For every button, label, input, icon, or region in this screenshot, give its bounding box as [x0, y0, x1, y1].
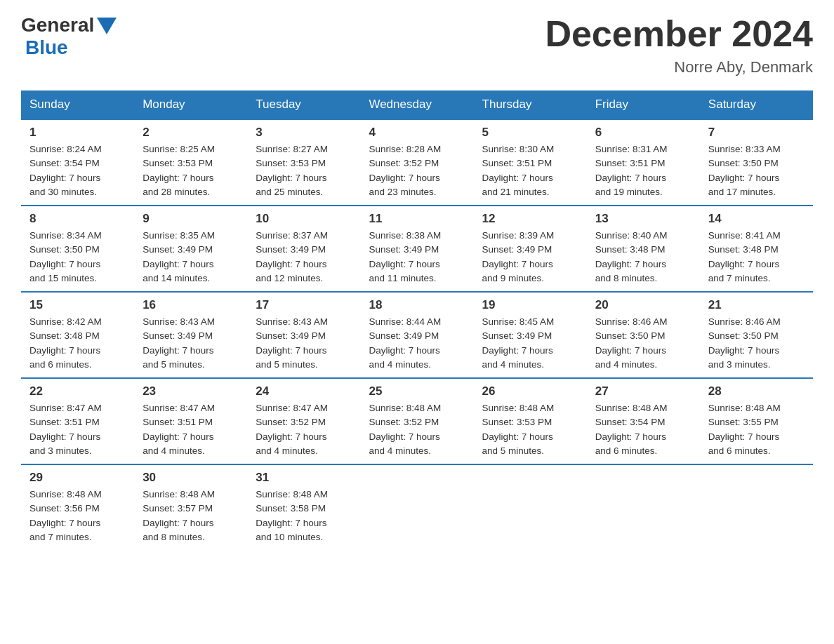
calendar-cell: 17Sunrise: 8:43 AM Sunset: 3:49 PM Dayli… [247, 292, 360, 378]
calendar-cell: 4Sunrise: 8:28 AM Sunset: 3:52 PM Daylig… [360, 119, 473, 206]
day-info: Sunrise: 8:41 AM Sunset: 3:48 PM Dayligh… [708, 229, 805, 286]
day-info: Sunrise: 8:48 AM Sunset: 3:52 PM Dayligh… [369, 401, 465, 458]
calendar-cell: 12Sunrise: 8:39 AM Sunset: 3:49 PM Dayli… [474, 206, 587, 292]
day-number: 30 [143, 471, 239, 485]
day-number: 6 [595, 126, 691, 140]
day-info: Sunrise: 8:39 AM Sunset: 3:49 PM Dayligh… [482, 229, 578, 286]
day-info: Sunrise: 8:48 AM Sunset: 3:54 PM Dayligh… [595, 401, 691, 458]
day-number: 26 [482, 384, 578, 398]
day-number: 11 [369, 212, 465, 226]
weekday-header-saturday: Saturday [700, 90, 813, 119]
day-number: 16 [143, 298, 239, 312]
weekday-header-thursday: Thursday [474, 90, 587, 119]
day-info: Sunrise: 8:44 AM Sunset: 3:49 PM Dayligh… [369, 315, 465, 372]
day-number: 15 [29, 298, 126, 312]
day-info: Sunrise: 8:30 AM Sunset: 3:51 PM Dayligh… [482, 142, 578, 199]
calendar-cell: 8Sunrise: 8:34 AM Sunset: 3:50 PM Daylig… [21, 206, 134, 292]
day-info: Sunrise: 8:42 AM Sunset: 3:48 PM Dayligh… [29, 315, 126, 372]
day-info: Sunrise: 8:46 AM Sunset: 3:50 PM Dayligh… [595, 315, 691, 372]
weekday-header-row: SundayMondayTuesdayWednesdayThursdayFrid… [21, 90, 813, 119]
day-info: Sunrise: 8:48 AM Sunset: 3:53 PM Dayligh… [482, 401, 578, 458]
logo: General Blue [21, 14, 117, 59]
day-number: 25 [369, 384, 465, 398]
logo-general-text: General [21, 14, 94, 36]
calendar-cell: 5Sunrise: 8:30 AM Sunset: 3:51 PM Daylig… [474, 119, 587, 206]
day-number: 27 [595, 384, 691, 398]
calendar-cell: 28Sunrise: 8:48 AM Sunset: 3:55 PM Dayli… [700, 378, 813, 464]
day-number: 28 [708, 384, 805, 398]
logo-blue-text: Blue [25, 36, 68, 58]
calendar-cell [474, 464, 587, 550]
calendar-cell: 30Sunrise: 8:48 AM Sunset: 3:57 PM Dayli… [134, 464, 247, 550]
calendar-table: SundayMondayTuesdayWednesdayThursdayFrid… [21, 90, 813, 550]
page-header: General Blue December 2024 Norre Aby, De… [21, 14, 813, 76]
calendar-week-row: 1Sunrise: 8:24 AM Sunset: 3:54 PM Daylig… [21, 119, 813, 206]
day-number: 8 [29, 212, 126, 226]
day-info: Sunrise: 8:45 AM Sunset: 3:49 PM Dayligh… [482, 315, 578, 372]
day-info: Sunrise: 8:40 AM Sunset: 3:48 PM Dayligh… [595, 229, 691, 286]
day-info: Sunrise: 8:48 AM Sunset: 3:56 PM Dayligh… [29, 488, 126, 544]
day-number: 9 [143, 212, 239, 226]
weekday-header-monday: Monday [134, 90, 247, 119]
day-info: Sunrise: 8:38 AM Sunset: 3:49 PM Dayligh… [369, 229, 465, 286]
calendar-cell: 19Sunrise: 8:45 AM Sunset: 3:49 PM Dayli… [474, 292, 587, 378]
calendar-cell: 22Sunrise: 8:47 AM Sunset: 3:51 PM Dayli… [21, 378, 134, 464]
weekday-header-wednesday: Wednesday [360, 90, 473, 119]
day-number: 7 [708, 126, 805, 140]
calendar-cell: 18Sunrise: 8:44 AM Sunset: 3:49 PM Dayli… [360, 292, 473, 378]
day-number: 20 [595, 298, 691, 312]
day-number: 13 [595, 212, 691, 226]
day-info: Sunrise: 8:34 AM Sunset: 3:50 PM Dayligh… [29, 229, 126, 286]
calendar-cell: 15Sunrise: 8:42 AM Sunset: 3:48 PM Dayli… [21, 292, 134, 378]
calendar-cell: 26Sunrise: 8:48 AM Sunset: 3:53 PM Dayli… [474, 378, 587, 464]
calendar-cell: 29Sunrise: 8:48 AM Sunset: 3:56 PM Dayli… [21, 464, 134, 550]
calendar-cell: 10Sunrise: 8:37 AM Sunset: 3:49 PM Dayli… [247, 206, 360, 292]
weekday-header-sunday: Sunday [21, 90, 134, 119]
day-number: 12 [482, 212, 578, 226]
day-number: 19 [482, 298, 578, 312]
calendar-cell: 9Sunrise: 8:35 AM Sunset: 3:49 PM Daylig… [134, 206, 247, 292]
day-number: 18 [369, 298, 465, 312]
day-info: Sunrise: 8:28 AM Sunset: 3:52 PM Dayligh… [369, 142, 465, 199]
calendar-week-row: 22Sunrise: 8:47 AM Sunset: 3:51 PM Dayli… [21, 378, 813, 464]
day-info: Sunrise: 8:37 AM Sunset: 3:49 PM Dayligh… [256, 229, 352, 286]
day-number: 31 [256, 471, 352, 485]
weekday-header-friday: Friday [587, 90, 700, 119]
calendar-subtitle: Norre Aby, Denmark [545, 58, 813, 76]
day-number: 1 [29, 126, 126, 140]
day-info: Sunrise: 8:43 AM Sunset: 3:49 PM Dayligh… [256, 315, 352, 372]
day-number: 21 [708, 298, 805, 312]
weekday-header-tuesday: Tuesday [247, 90, 360, 119]
day-number: 10 [256, 212, 352, 226]
calendar-cell [587, 464, 700, 550]
logo-triangle-icon [97, 18, 117, 34]
calendar-cell: 20Sunrise: 8:46 AM Sunset: 3:50 PM Dayli… [587, 292, 700, 378]
calendar-header: SundayMondayTuesdayWednesdayThursdayFrid… [21, 90, 813, 119]
calendar-cell: 11Sunrise: 8:38 AM Sunset: 3:49 PM Dayli… [360, 206, 473, 292]
day-info: Sunrise: 8:43 AM Sunset: 3:49 PM Dayligh… [143, 315, 239, 372]
calendar-cell [360, 464, 473, 550]
day-number: 24 [256, 384, 352, 398]
day-number: 14 [708, 212, 805, 226]
calendar-cell: 2Sunrise: 8:25 AM Sunset: 3:53 PM Daylig… [134, 119, 247, 206]
calendar-week-row: 29Sunrise: 8:48 AM Sunset: 3:56 PM Dayli… [21, 464, 813, 550]
day-number: 17 [256, 298, 352, 312]
calendar-cell: 31Sunrise: 8:48 AM Sunset: 3:58 PM Dayli… [247, 464, 360, 550]
day-info: Sunrise: 8:48 AM Sunset: 3:58 PM Dayligh… [256, 488, 352, 544]
calendar-cell: 14Sunrise: 8:41 AM Sunset: 3:48 PM Dayli… [700, 206, 813, 292]
calendar-cell: 1Sunrise: 8:24 AM Sunset: 3:54 PM Daylig… [21, 119, 134, 206]
day-number: 5 [482, 126, 578, 140]
day-info: Sunrise: 8:48 AM Sunset: 3:57 PM Dayligh… [143, 488, 239, 544]
calendar-body: 1Sunrise: 8:24 AM Sunset: 3:54 PM Daylig… [21, 119, 813, 550]
calendar-cell [700, 464, 813, 550]
day-number: 29 [29, 471, 126, 485]
day-number: 4 [369, 126, 465, 140]
calendar-cell: 6Sunrise: 8:31 AM Sunset: 3:51 PM Daylig… [587, 119, 700, 206]
calendar-title: December 2024 [545, 14, 813, 54]
day-info: Sunrise: 8:24 AM Sunset: 3:54 PM Dayligh… [29, 142, 126, 199]
title-section: December 2024 Norre Aby, Denmark [545, 14, 813, 76]
day-info: Sunrise: 8:47 AM Sunset: 3:52 PM Dayligh… [256, 401, 352, 458]
day-number: 22 [29, 384, 126, 398]
day-info: Sunrise: 8:27 AM Sunset: 3:53 PM Dayligh… [256, 142, 352, 199]
calendar-cell: 13Sunrise: 8:40 AM Sunset: 3:48 PM Dayli… [587, 206, 700, 292]
